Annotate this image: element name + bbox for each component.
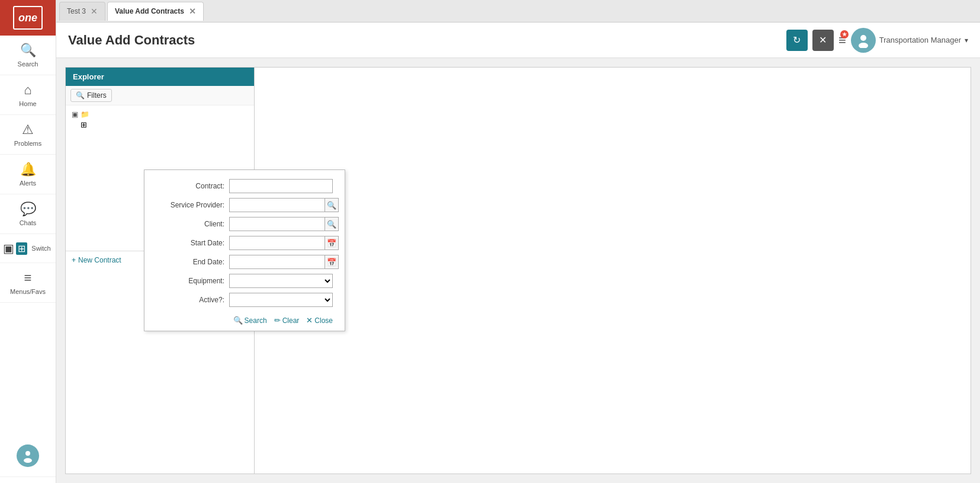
svg-point-1 [24,458,32,463]
filters-button[interactable]: 🔍 Filters [70,89,112,102]
sidebar-label-switch: Switch [30,245,53,252]
close-x-icon: ✕ [819,34,827,46]
tab-test3-label: Test 3 [67,7,86,15]
close-link[interactable]: ✕ Close [306,316,333,325]
problems-icon: ⚠ [22,122,34,137]
menus-icon: ≡ [24,270,32,286]
filter-search-icon: 🔍 [76,91,85,100]
search-link-icon: 🔍 [233,316,243,325]
main-area: Test 3 ✕ Value Add Contracts ✕ Value Add… [56,0,980,483]
equipment-select[interactable] [229,274,333,288]
explorer-toolbar: 🔍 Filters [66,86,254,105]
active-select[interactable] [229,293,333,307]
tree-row: ▣ 📁 [69,108,251,120]
tab-value-add-contracts-label: Value Add Contracts [115,7,184,15]
explorer-header: Explorer [66,68,254,86]
tree-child-row: ⊞ [69,120,251,129]
sidebar-item-switch[interactable]: ▣ ⊞ Switch [0,234,56,263]
sidebar-item-home[interactable]: ⌂ Home [0,75,56,115]
tab-test3[interactable]: Test 3 ✕ [59,2,105,21]
start-date-field: 📅 [229,236,339,250]
contract-input[interactable] [229,179,333,193]
form-row-active: Active?: [153,293,333,307]
form-actions: 🔍 Search ✏ Clear ✕ Close [153,313,333,325]
tab-value-add-contracts[interactable]: Value Add Contracts ✕ [107,2,204,21]
main-content-area: Explorer 🔍 Filters ▣ 📁 ⊞ [65,67,971,474]
sidebar-label-alerts: Alerts [20,180,36,187]
start-date-calendar-icon[interactable]: 📅 [324,236,339,250]
refresh-icon: ↻ [793,34,801,46]
refresh-button[interactable]: ↻ [786,30,808,51]
search-link-label: Search [245,316,267,325]
svg-point-2 [860,35,866,41]
new-contract-plus-icon: + [72,256,76,264]
home-icon: ⌂ [24,82,31,98]
alerts-icon: 🔔 [20,162,36,177]
tab-test3-close[interactable]: ✕ [91,7,98,16]
form-row-start-date: Start Date: 📅 [153,236,333,250]
client-label: Client: [153,220,224,228]
menu-bars-button[interactable]: ≡ ★ [838,33,846,48]
chats-icon: 💬 [20,201,36,217]
logo-area[interactable]: one [0,0,56,36]
sidebar-item-menus[interactable]: ≡ Menus/Favs [0,263,56,303]
switch-alt-icon: ⊞ [16,242,27,255]
close-link-label: Close [314,316,333,325]
switch-main-icon: ▣ [3,241,14,255]
user-dropdown[interactable]: Transportation Manager ▾ [851,28,968,53]
contract-label: Contract: [153,182,224,190]
user-dropdown-arrow-icon: ▾ [965,36,968,44]
sidebar-item-alerts[interactable]: 🔔 Alerts [0,155,56,194]
explorer-title: Explorer [73,72,104,81]
end-date-field: 📅 [229,255,339,269]
form-row-service-provider: Service Provider: 🔍 [153,198,333,212]
clear-link-label: Clear [282,316,300,325]
switch-icon-wrap: ▣ ⊞ [3,241,27,255]
notification-badge: ★ [840,30,849,39]
tabs-bar: Test 3 ✕ Value Add Contracts ✕ [56,0,980,23]
sidebar-label-problems: Problems [14,140,41,147]
service-provider-input[interactable] [229,198,324,212]
form-row-client: Client: 🔍 [153,217,333,231]
sidebar-user-avatar[interactable] [0,437,56,477]
tab-value-add-contracts-close[interactable]: ✕ [189,7,196,16]
form-row-contract: Contract: [153,179,333,193]
service-provider-search-icon[interactable]: 🔍 [324,198,339,212]
filter-form: Contract: Service Provider: 🔍 Client: [144,169,345,331]
sidebar-label-menus: Menus/Favs [10,288,46,295]
end-date-input[interactable] [229,255,324,269]
user-avatar-nav [17,444,39,467]
clear-link-icon: ✏ [274,316,281,325]
user-name: Transportation Manager [879,36,961,44]
end-date-calendar-icon[interactable]: 📅 [324,255,339,269]
start-date-input[interactable] [229,236,324,250]
sidebar-item-problems[interactable]: ⚠ Problems [0,115,56,155]
sidebar: one 🔍 Search ⌂ Home ⚠ Problems 🔔 Alerts … [0,0,56,483]
tree-area: ▣ 📁 ⊞ [66,105,254,132]
tree-folder-icon[interactable]: 📁 [81,110,89,119]
close-button[interactable]: ✕ [812,30,834,51]
logo: one [13,6,43,30]
service-provider-field: 🔍 [229,198,339,212]
end-date-label: End Date: [153,258,224,266]
sidebar-label-search: Search [18,60,38,68]
new-contract-label: New Contract [78,256,121,264]
clear-link[interactable]: ✏ Clear [274,316,300,325]
client-search-icon[interactable]: 🔍 [324,217,339,231]
user-avatar [851,28,876,53]
right-content-area [255,67,971,474]
close-link-icon: ✕ [306,316,313,325]
tree-collapse-icon[interactable]: ▣ [72,110,78,119]
sidebar-label-home: Home [19,100,36,107]
start-date-label: Start Date: [153,239,224,247]
search-link[interactable]: 🔍 Search [233,316,267,325]
tree-child-icon[interactable]: ⊞ [81,120,87,129]
filters-label: Filters [87,91,107,100]
explorer-panel: Explorer 🔍 Filters ▣ 📁 ⊞ [65,67,255,474]
content-area: Explorer 🔍 Filters ▣ 📁 ⊞ [56,58,980,483]
form-row-equipment: Equipment: [153,274,333,288]
sidebar-item-chats[interactable]: 💬 Chats [0,194,56,234]
active-label: Active?: [153,296,224,304]
client-input[interactable] [229,217,324,231]
sidebar-item-search[interactable]: 🔍 Search [0,36,56,75]
